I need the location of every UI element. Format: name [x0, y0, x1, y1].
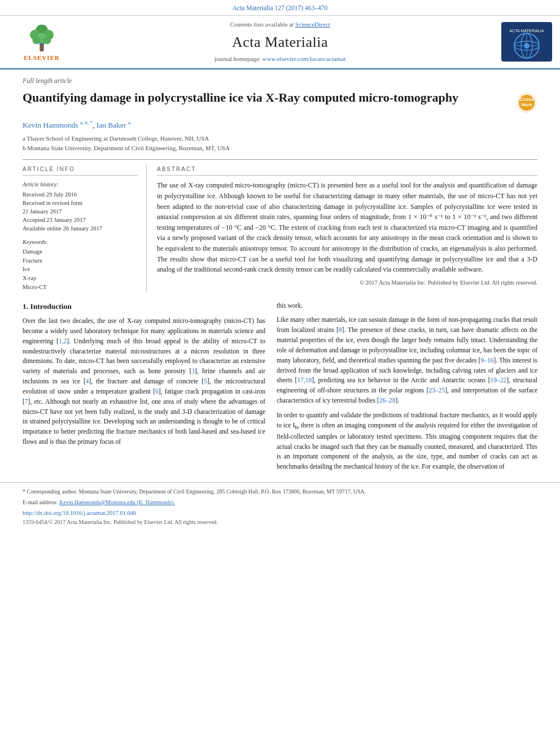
introduction-left-text: Over the last two decades, the use of X-… [23, 316, 265, 447]
citation-text: Acta Materialia 127 (2017) 463–470 [233, 5, 328, 11]
keywords-label: Keywords: [23, 238, 138, 246]
elsevier-tree-icon [19, 21, 64, 53]
affiliation-a: a Thayer School of Engineering at Dartmo… [23, 134, 537, 144]
affiliations: a Thayer School of Engineering at Dartmo… [23, 134, 537, 154]
introduction-heading: 1. Introduction [23, 301, 265, 312]
journal-logo-right-area: ACTA MATERIALIA [484, 22, 552, 62]
crossmark-badge-icon[interactable]: Cross Mark [516, 92, 537, 113]
journal-header-center: Contents lists available at ScienceDirec… [76, 20, 484, 64]
elsevier-logo-area: ELSEVIER [8, 21, 76, 63]
history-group: Article history: Received 29 July 2016 R… [23, 180, 138, 233]
article-info-heading: Article Info [23, 165, 138, 176]
article-type: Full length article [23, 76, 537, 86]
svg-point-6 [33, 36, 41, 45]
svg-point-7 [43, 36, 51, 45]
homepage-link[interactable]: www.elsevier.com/locate/actamat [262, 55, 346, 62]
body-right-column: this work. Like many other materials, ic… [277, 301, 537, 477]
introduction-right-text-3: In order to quantify and validate the pr… [277, 410, 537, 472]
doi-line[interactable]: http://dx.doi.org/10.1016/j.actamat.2017… [23, 509, 537, 517]
accepted-date: Accepted 23 January 2017 [23, 216, 138, 224]
svg-text:Mark: Mark [522, 102, 532, 107]
svg-rect-8 [40, 44, 43, 51]
elsevier-text: ELSEVIER [24, 54, 60, 63]
history-label: Article history: [23, 180, 138, 189]
article-title: Quantifying damage in polycrystalline ic… [23, 90, 510, 106]
affiliation-b: b Montana State University, Department o… [23, 143, 537, 154]
keyword-fracture: Fracture [23, 256, 138, 265]
doi-link[interactable]: http://dx.doi.org/10.1016/j.actamat.2017… [23, 510, 136, 516]
journal-homepage: journal homepage: www.elsevier.com/locat… [76, 55, 484, 64]
article-title-area: Quantifying damage in polycrystalline ic… [23, 90, 537, 113]
issn-line: 1359-6454/© 2017 Acta Materialia Inc. Pu… [23, 518, 537, 527]
svg-text:ACTA MATERIALIA: ACTA MATERIALIA [510, 29, 544, 33]
journal-header: ELSEVIER Contents lists available at Sci… [0, 16, 560, 70]
acta-materialia-logo-icon: ACTA MATERIALIA [501, 22, 552, 62]
abstract-column: Abstract The use of X-ray computed micro… [157, 165, 537, 292]
svg-text:Cross: Cross [519, 97, 534, 102]
sciencedirect-link[interactable]: ScienceDirect [295, 21, 330, 28]
revised-date: 21 January 2017 [23, 207, 138, 216]
abstract-heading: Abstract [157, 165, 537, 176]
sciencedirect-line: Contents lists available at ScienceDirec… [76, 20, 484, 29]
available-online: Available online 26 January 2017 [23, 224, 138, 233]
introduction-right-text-2: Like many other materials, ice can susta… [277, 315, 537, 405]
authors-line: Kevin Hammonds a, b, *, Ian Baker a [23, 119, 537, 130]
article-content: Full length article Quantifying damage i… [0, 69, 560, 291]
footer-notes: * Corresponding author. Montana State Un… [0, 482, 560, 527]
article-info-column: Article Info Article history: Received 2… [23, 165, 147, 292]
journal-title: Acta Materialia [76, 32, 484, 53]
body-left-column: 1. Introduction Over the last two decade… [23, 301, 265, 477]
keyword-damage: Damage [23, 247, 138, 256]
email-link[interactable]: Kevin.Hammonds@Montana.edu (K. Hammonds)… [59, 499, 175, 505]
received-date: Received 29 July 2016 [23, 190, 138, 199]
article-info-abstract-section: Article Info Article history: Received 2… [23, 159, 537, 292]
email-note: E-mail address: Kevin.Hammonds@Montana.e… [23, 498, 537, 506]
keyword-xray: X-ray [23, 274, 138, 283]
body-content: 1. Introduction Over the last two decade… [0, 292, 560, 477]
introduction-right-text-1: this work. [277, 301, 537, 311]
keywords-section: Keywords: Damage Fracture Ice X-ray Micr… [23, 238, 138, 292]
copyright-line: © 2017 Acta Materialia Inc. Published by… [157, 278, 537, 287]
keyword-microct: Micro-CT [23, 283, 138, 292]
corresponding-note: * Corresponding author. Montana State Un… [23, 487, 537, 496]
abstract-text: The use of X-ray computed micro-tomograp… [157, 180, 537, 274]
citation-bar: Acta Materialia 127 (2017) 463–470 [0, 0, 560, 16]
keyword-ice: Ice [23, 265, 138, 274]
received-revised-label: Received in revised form [23, 199, 138, 207]
